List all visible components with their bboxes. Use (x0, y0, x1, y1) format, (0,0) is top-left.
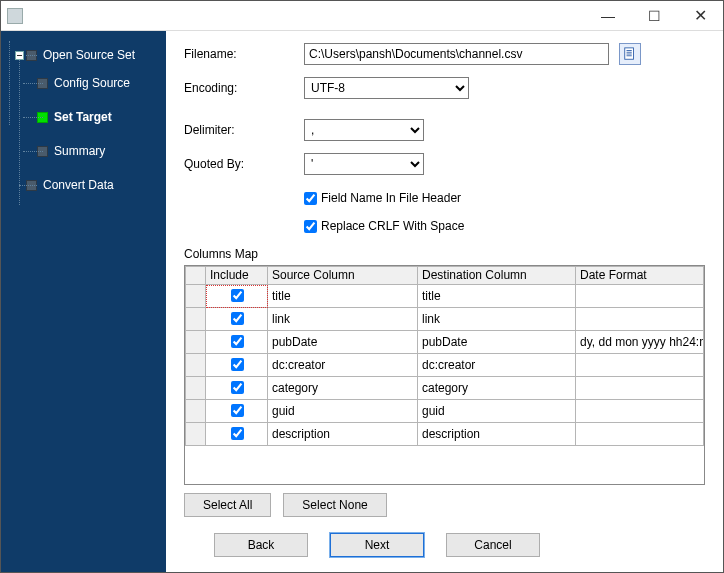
row-encoding: Encoding: UTF-8 (184, 77, 705, 99)
tree-children: Config Source Set Target Summary (15, 69, 166, 165)
cell-destination-column[interactable]: title (418, 285, 576, 308)
cell-include[interactable] (206, 423, 268, 446)
grid-table: Include Source Column Destination Column… (185, 266, 704, 446)
cell-include[interactable] (206, 354, 268, 377)
maximize-button[interactable]: ☐ (631, 1, 677, 30)
table-row[interactable]: titletitle (186, 285, 704, 308)
minimize-button[interactable]: — (585, 1, 631, 30)
grid-header-destination[interactable]: Destination Column (418, 267, 576, 285)
titlebar-left (1, 8, 23, 24)
grid-scroll[interactable]: Include Source Column Destination Column… (185, 266, 704, 484)
fieldname-header-checkbox[interactable] (304, 192, 317, 205)
cell-include[interactable] (206, 400, 268, 423)
close-button[interactable]: ✕ (677, 1, 723, 30)
cell-source-column[interactable]: title (268, 285, 418, 308)
row-handle[interactable] (186, 308, 206, 331)
document-icon (623, 47, 637, 61)
cell-source-column[interactable]: description (268, 423, 418, 446)
columns-map-label: Columns Map (184, 247, 705, 261)
tree-node-summary[interactable]: Summary (37, 137, 166, 165)
row-handle[interactable] (186, 331, 206, 354)
cell-date-format[interactable] (576, 354, 704, 377)
cell-include[interactable] (206, 308, 268, 331)
steps-tree: Open Source Set Config Source Set Target (1, 41, 166, 199)
cell-destination-column[interactable]: link (418, 308, 576, 331)
collapse-icon[interactable] (15, 51, 24, 60)
titlebar: — ☐ ✕ (1, 1, 723, 31)
row-filename: Filename: (184, 43, 705, 65)
row-delimiter: Delimiter: , (184, 119, 705, 141)
encoding-select[interactable]: UTF-8 (304, 77, 469, 99)
include-checkbox[interactable] (231, 312, 244, 325)
cell-date-format[interactable] (576, 285, 704, 308)
select-none-button[interactable]: Select None (283, 493, 386, 517)
cell-date-format[interactable] (576, 423, 704, 446)
replace-crlf-checkbox[interactable] (304, 220, 317, 233)
cell-source-column[interactable]: pubDate (268, 331, 418, 354)
cell-source-column[interactable]: link (268, 308, 418, 331)
steps-sidebar: Open Source Set Config Source Set Target (1, 31, 166, 572)
include-checkbox[interactable] (231, 335, 244, 348)
row-handle[interactable] (186, 377, 206, 400)
include-checkbox[interactable] (231, 404, 244, 417)
encoding-label: Encoding: (184, 81, 304, 95)
include-checkbox[interactable] (231, 358, 244, 371)
include-checkbox[interactable] (231, 381, 244, 394)
tree-node-open-source-set[interactable]: Open Source Set (15, 41, 166, 69)
row-replace-crlf: Replace CRLF With Space (304, 219, 705, 233)
row-quoted: Quoted By: ' (184, 153, 705, 175)
cell-include[interactable] (206, 285, 268, 308)
grid-header-row: Include Source Column Destination Column… (186, 267, 704, 285)
body: Open Source Set Config Source Set Target (1, 31, 723, 572)
table-row[interactable]: dc:creatordc:creator (186, 354, 704, 377)
tree-node-convert-data[interactable]: Convert Data (15, 171, 166, 199)
row-handle[interactable] (186, 423, 206, 446)
tree-label: Summary (54, 144, 105, 158)
next-button[interactable]: Next (330, 533, 424, 557)
grid-header-source[interactable]: Source Column (268, 267, 418, 285)
cell-date-format[interactable] (576, 400, 704, 423)
tree-label: Set Target (54, 110, 112, 124)
cell-source-column[interactable]: guid (268, 400, 418, 423)
cell-destination-column[interactable]: guid (418, 400, 576, 423)
cell-source-column[interactable]: dc:creator (268, 354, 418, 377)
cell-date-format[interactable] (576, 308, 704, 331)
cell-date-format[interactable]: dy, dd mon yyyy hh24:mi:ss (576, 331, 704, 354)
filename-input[interactable] (304, 43, 609, 65)
cell-source-column[interactable]: category (268, 377, 418, 400)
row-handle[interactable] (186, 400, 206, 423)
include-checkbox[interactable] (231, 427, 244, 440)
selection-buttons: Select All Select None (184, 493, 705, 517)
cell-destination-column[interactable]: pubDate (418, 331, 576, 354)
include-checkbox[interactable] (231, 289, 244, 302)
row-handle[interactable] (186, 285, 206, 308)
filename-label: Filename: (184, 47, 304, 61)
table-row[interactable]: linklink (186, 308, 704, 331)
tree-label: Open Source Set (43, 48, 135, 62)
tree-label: Config Source (54, 76, 130, 90)
tree-node-set-target[interactable]: Set Target (37, 103, 166, 131)
grid-header-include[interactable]: Include (206, 267, 268, 285)
cell-date-format[interactable] (576, 377, 704, 400)
table-row[interactable]: descriptiondescription (186, 423, 704, 446)
cell-include[interactable] (206, 331, 268, 354)
cell-destination-column[interactable]: category (418, 377, 576, 400)
tree-node-config-source[interactable]: Config Source (37, 69, 166, 97)
table-row[interactable]: categorycategory (186, 377, 704, 400)
cell-include[interactable] (206, 377, 268, 400)
cancel-button[interactable]: Cancel (446, 533, 540, 557)
select-all-button[interactable]: Select All (184, 493, 271, 517)
delimiter-select[interactable]: , (304, 119, 424, 141)
quoted-select[interactable]: ' (304, 153, 424, 175)
table-row[interactable]: guidguid (186, 400, 704, 423)
table-row[interactable]: pubDatepubDatedy, dd mon yyyy hh24:mi:ss (186, 331, 704, 354)
row-fieldname-header: Field Name In File Header (304, 191, 705, 205)
app-icon (7, 8, 23, 24)
nav-buttons: Back Next Cancel (184, 533, 705, 557)
browse-file-button[interactable] (619, 43, 641, 65)
cell-destination-column[interactable]: description (418, 423, 576, 446)
row-handle[interactable] (186, 354, 206, 377)
grid-header-dateformat[interactable]: Date Format (576, 267, 704, 285)
cell-destination-column[interactable]: dc:creator (418, 354, 576, 377)
back-button[interactable]: Back (214, 533, 308, 557)
